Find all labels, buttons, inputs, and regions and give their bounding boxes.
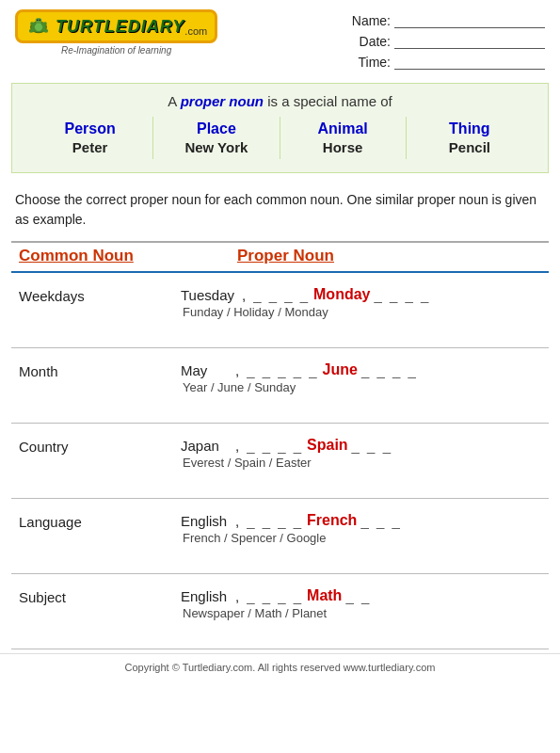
table-row: Weekdays Tuesday , _ _ _ _ Monday _ _ _ … [11, 273, 549, 348]
proper-noun-subject: English , _ _ _ _ Math _ _ Newspaper / M… [181, 584, 549, 620]
answer-monday: Monday [313, 286, 370, 303]
header: TURTLEDIARY .com Re-Imagination of learn… [0, 0, 560, 75]
logo-text: TURTLEDIARY [56, 17, 184, 37]
answer-line-subject: English , _ _ _ _ Math _ _ [181, 587, 549, 604]
name-fields: Name: Date: Time: [351, 9, 545, 70]
logo-com: .com [184, 25, 207, 37]
table-row: Language English , _ _ _ _ French _ _ _ … [11, 499, 549, 574]
info-box: A proper noun is a special name of Perso… [11, 83, 549, 173]
common-noun-weekdays: Weekdays [11, 282, 181, 304]
svg-point-7 [37, 19, 39, 21]
table-row: Country Japan , _ _ _ _ Spain _ _ _ Ever… [11, 424, 549, 499]
example-pencil: Pencil [449, 139, 490, 155]
info-cell-thing: Thing Pencil [407, 117, 533, 159]
dashes-post-weekdays: _ _ _ _ [374, 287, 430, 303]
example-english-subj: English [181, 588, 228, 604]
dashes-pre-language: _ _ _ _ [247, 513, 303, 529]
dashes-post-subject: _ _ [345, 588, 371, 604]
logo-box: TURTLEDIARY .com [15, 9, 217, 43]
info-grid: Person Peter Place New York Animal Horse… [27, 117, 533, 159]
noun-table: Common Noun Proper Noun Weekdays Tuesday… [11, 241, 549, 649]
options-language: French / Spencer / Google [181, 531, 549, 545]
instructions-text: Choose the correct proper noun for each … [15, 192, 536, 227]
example-peter: Peter [72, 139, 108, 155]
footer: Copyright © Turtlediary.com. All rights … [0, 653, 560, 679]
dashes-pre-month: _ _ _ _ _ [247, 362, 318, 378]
table-row: Month May , _ _ _ _ _ June _ _ _ _ Year … [11, 348, 549, 424]
comma-country: , [235, 438, 239, 454]
logo-tagline: Re-Imagination of learning [61, 45, 171, 56]
comma-weekdays: , [242, 287, 246, 303]
table-headers: Common Noun Proper Noun [11, 243, 549, 273]
proper-noun-weekdays: Tuesday , _ _ _ _ Monday _ _ _ _ Funday … [181, 282, 549, 319]
category-animal: Animal [317, 120, 367, 137]
intro-post: is a special name of [264, 93, 392, 109]
common-noun-header: Common Noun [11, 247, 181, 265]
time-line [394, 55, 545, 70]
footer-text: Copyright © Turtlediary.com. All rights … [125, 662, 436, 673]
example-english-lang: English [181, 513, 228, 529]
dashes-post-language: _ _ _ [360, 513, 401, 529]
answer-line-country: Japan , _ _ _ _ Spain _ _ _ [181, 437, 549, 454]
category-place: Place [197, 120, 236, 137]
svg-point-6 [36, 18, 42, 24]
dashes-post-country: _ _ _ [352, 438, 392, 454]
proper-noun-header: Proper Noun [181, 247, 549, 265]
common-noun-subject: Subject [11, 584, 181, 605]
answer-spain: Spain [307, 437, 348, 454]
comma-month: , [235, 362, 239, 378]
comma-subject: , [235, 588, 239, 604]
category-person: Person [65, 120, 116, 137]
category-thing: Thing [449, 120, 490, 137]
info-cell-animal: Animal Horse [280, 117, 407, 159]
options-country: Everest / Spain / Easter [181, 456, 549, 470]
answer-line-language: English , _ _ _ _ French _ _ _ [181, 512, 549, 529]
answer-june: June [323, 361, 358, 378]
common-noun-country: Country [11, 433, 181, 455]
answer-line-weekdays: Tuesday , _ _ _ _ Monday _ _ _ _ [181, 286, 549, 303]
intro-text: A proper noun is a special name of [27, 93, 533, 109]
svg-point-1 [35, 24, 42, 31]
info-cell-place: Place New York [153, 117, 280, 159]
table-row: Subject English , _ _ _ _ Math _ _ Newsp… [11, 574, 549, 649]
name-line [394, 13, 545, 28]
comma-language: , [235, 513, 239, 529]
example-horse: Horse [323, 139, 363, 155]
date-label: Date: [351, 34, 391, 49]
options-month: Year / June / Sunday [181, 380, 549, 394]
example-tuesday: Tuesday [181, 287, 234, 303]
options-weekdays: Funday / Holiday / Monday [181, 305, 549, 319]
turtle-icon [25, 16, 52, 37]
dashes-pre-country: _ _ _ _ [247, 438, 303, 454]
proper-noun-month: May , _ _ _ _ _ June _ _ _ _ Year / June… [181, 358, 549, 394]
dashes-post-month: _ _ _ _ [361, 362, 418, 378]
dashes-pre-subject: _ _ _ _ [247, 588, 303, 604]
name-label: Name: [351, 13, 391, 28]
common-noun-month: Month [11, 358, 181, 379]
info-cell-person: Person Peter [27, 117, 153, 159]
name-row: Name: [351, 13, 545, 28]
instructions: Choose the correct proper noun for each … [0, 181, 560, 235]
logo-area: TURTLEDIARY .com Re-Imagination of learn… [15, 9, 217, 56]
common-noun-language: Language [11, 508, 181, 530]
date-line [394, 34, 545, 49]
time-label: Time: [351, 55, 391, 70]
dashes-pre-weekdays: _ _ _ _ [253, 287, 310, 303]
answer-french: French [307, 512, 357, 529]
proper-noun-country: Japan , _ _ _ _ Spain _ _ _ Everest / Sp… [181, 433, 549, 470]
intro-pre: A [168, 93, 180, 109]
options-subject: Newspaper / Math / Planet [181, 606, 549, 620]
proper-noun-term: proper noun [181, 93, 264, 109]
example-newyork: New York [184, 139, 248, 155]
proper-noun-language: English , _ _ _ _ French _ _ _ French / … [181, 508, 549, 545]
answer-math: Math [307, 587, 342, 604]
answer-line-month: May , _ _ _ _ _ June _ _ _ _ [181, 361, 549, 378]
example-may: May [181, 362, 228, 378]
svg-point-8 [39, 19, 40, 21]
time-row: Time: [351, 55, 545, 70]
date-row: Date: [351, 34, 545, 49]
example-japan: Japan [181, 438, 228, 454]
